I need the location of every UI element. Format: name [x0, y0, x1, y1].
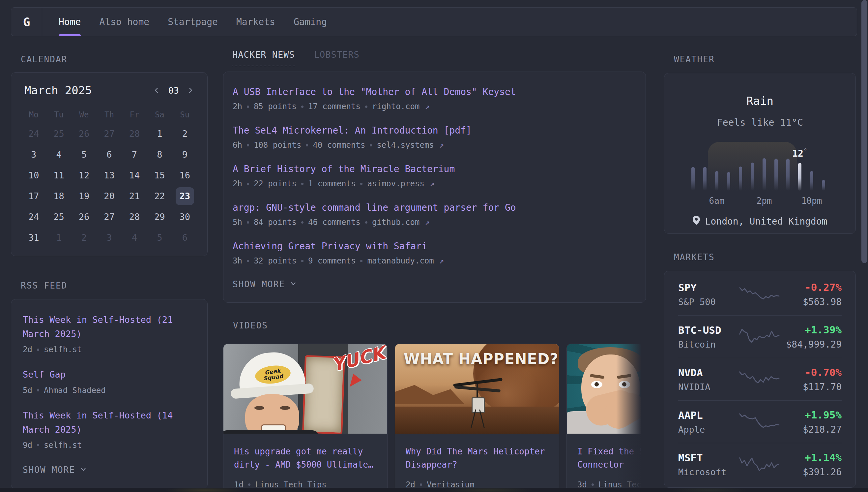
calendar-day[interactable]: 2 — [72, 228, 97, 247]
calendar-day[interactable]: 16 — [172, 166, 198, 185]
rss-item-age: 2d — [23, 345, 32, 354]
calendar-day[interactable]: 28 — [122, 124, 147, 144]
nav-tab-markets[interactable]: Markets — [236, 7, 275, 36]
news-tab-lobsters[interactable]: LOBSTERS — [314, 49, 360, 66]
calendar-day[interactable]: 4 — [46, 145, 71, 164]
rss-item-title[interactable]: Self Gap — [23, 367, 196, 382]
temperature-bar-current — [798, 163, 801, 191]
calendar-day[interactable]: 26 — [72, 207, 97, 226]
calendar-day[interactable]: 7 — [122, 145, 147, 164]
video-card[interactable]: DOTHI Fixed the 50 Series Power Connecto… — [567, 344, 646, 492]
calendar-day[interactable]: 27 — [97, 207, 122, 226]
calendar-day[interactable]: 30 — [172, 207, 198, 226]
nav-tab-also-home[interactable]: Also home — [99, 7, 149, 36]
external-link-icon: ↗ — [425, 218, 429, 227]
nav-tab-gaming[interactable]: Gaming — [294, 7, 327, 36]
calendar-day-number: 11 — [50, 167, 68, 184]
news-item-title[interactable]: The SeL4 Microkernel: An Introduction [p… — [233, 125, 636, 136]
video-title[interactable]: Why Did The Mars Helicopter Disappear? — [406, 445, 548, 471]
calendar-day[interactable]: 2 — [172, 124, 198, 144]
calendar-day[interactable]: 11 — [46, 166, 71, 185]
video-card[interactable]: WHAT HAPPENED?Why Did The Mars Helicopte… — [395, 344, 559, 492]
news-item-domain[interactable]: sel4.systems — [377, 141, 434, 150]
news-item-domain[interactable]: github.com — [372, 218, 420, 227]
news-item-title[interactable]: A USB Interface to the "Mother of All De… — [233, 87, 636, 97]
calendar-day[interactable]: 1 — [147, 124, 172, 144]
calendar-day[interactable]: 6 — [172, 228, 198, 247]
calendar-day[interactable]: 1 — [46, 228, 71, 247]
video-card[interactable]: Geek SquadYUCKHis upgrade got me really … — [223, 344, 388, 492]
app-logo[interactable]: G — [11, 7, 42, 36]
chevron-right-icon[interactable] — [186, 87, 194, 94]
calendar-day[interactable]: 8 — [147, 145, 172, 164]
calendar-day[interactable]: 3 — [97, 228, 122, 247]
calendar-day[interactable]: 4 — [122, 228, 147, 247]
calendar-day[interactable]: 25 — [46, 207, 71, 226]
calendar-day[interactable]: 5 — [72, 145, 97, 164]
nav-tab-home[interactable]: Home — [59, 7, 81, 36]
calendar-day[interactable]: 6 — [97, 145, 122, 164]
dot-separator — [301, 221, 304, 224]
calendar-day[interactable]: 25 — [46, 124, 71, 144]
news-item-title[interactable]: A Brief History of the Miracle Bacterium — [233, 164, 636, 174]
calendar-day[interactable]: 28 — [122, 207, 147, 226]
calendar-day[interactable]: 18 — [46, 186, 71, 206]
calendar-day[interactable]: 31 — [21, 228, 46, 247]
calendar-day[interactable]: 21 — [122, 186, 147, 206]
rss-item-title[interactable]: This Week in Self-Hosted (14 March 2025) — [23, 408, 196, 437]
scrollbar-thumb[interactable] — [861, 0, 867, 263]
calendar-day-selected[interactable]: 23 — [172, 186, 198, 206]
news-item-title[interactable]: argp: GNU-style command line argument pa… — [233, 202, 636, 213]
dot-separator — [306, 144, 308, 146]
thumbnail-overlay-text: WHAT HAPPENED? — [404, 350, 558, 367]
rss-item-age: 9d — [23, 441, 32, 450]
eye-shape — [619, 381, 630, 388]
weather-hourly-chart: 12°6am2pm10pm — [687, 137, 833, 206]
calendar-day[interactable]: 10 — [21, 166, 46, 185]
news-item-points: 32 points — [254, 256, 296, 266]
calendar-day-number: 22 — [150, 187, 169, 205]
news-item-title[interactable]: Achieving Great Privacy with Safari — [233, 241, 636, 252]
calendar-day[interactable]: 17 — [21, 186, 46, 206]
calendar-day[interactable]: 22 — [147, 186, 172, 206]
news-tab-hacker-news[interactable]: HACKER NEWS — [232, 49, 295, 66]
market-row-btc-usd[interactable]: BTC-USDBitcoin+1.39%$84,999.29 — [678, 315, 842, 358]
video-title[interactable]: I Fixed the 50 Series Power Connector — [577, 445, 646, 471]
calendar-day-number: 17 — [24, 187, 43, 205]
calendar-day-number: 3 — [24, 146, 43, 164]
calendar-day[interactable]: 15 — [147, 166, 172, 185]
calendar-day[interactable]: 26 — [72, 124, 97, 144]
rss-show-more-button[interactable]: SHOW MORE — [23, 465, 196, 475]
calendar-day[interactable]: 24 — [21, 207, 46, 226]
calendar-day[interactable]: 12 — [72, 166, 97, 185]
market-row-aapl[interactable]: AAPLApple+1.95%$218.27 — [678, 400, 842, 443]
news-item-points: 22 points — [254, 179, 296, 188]
market-row-msft[interactable]: MSFTMicrosoft+1.14%$391.26 — [678, 443, 842, 485]
calendar-day[interactable]: 14 — [122, 166, 147, 185]
market-row-nvda[interactable]: NVDANVIDIA-0.70%$117.70 — [678, 358, 842, 400]
calendar-day[interactable]: 27 — [97, 124, 122, 144]
calendar-day-number: 9 — [176, 146, 194, 164]
market-name: Apple — [678, 424, 734, 435]
nav-tab-startpage[interactable]: Startpage — [168, 7, 218, 36]
calendar-day[interactable]: 29 — [147, 207, 172, 226]
market-row-spy[interactable]: SPYS&P 500-0.27%$563.98 — [678, 273, 842, 315]
calendar-day[interactable]: 3 — [21, 145, 46, 164]
news-show-more-button[interactable]: SHOW MORE — [233, 279, 636, 289]
red-arrow-icon — [346, 374, 362, 390]
news-item-domain[interactable]: asimov.press — [367, 179, 424, 188]
market-symbol-block: AAPLApple — [678, 409, 734, 435]
video-title[interactable]: His upgrade got me really dirty - AMD $5… — [234, 445, 377, 471]
chevron-left-icon[interactable] — [153, 87, 161, 94]
calendar-day[interactable]: 5 — [147, 228, 172, 247]
rss-item-title[interactable]: This Week in Self-Hosted (21 March 2025) — [23, 313, 196, 341]
calendar-day[interactable]: 19 — [72, 186, 97, 206]
calendar-day-number: 19 — [75, 187, 93, 205]
news-item-domain[interactable]: righto.com — [372, 102, 420, 111]
calendar-day[interactable]: 9 — [172, 145, 198, 164]
weekday-label: Tu — [46, 107, 71, 123]
calendar-day[interactable]: 24 — [21, 124, 46, 144]
calendar-day[interactable]: 13 — [97, 166, 122, 185]
news-item-domain[interactable]: matanabudy.com — [367, 256, 434, 266]
calendar-day[interactable]: 20 — [97, 186, 122, 206]
